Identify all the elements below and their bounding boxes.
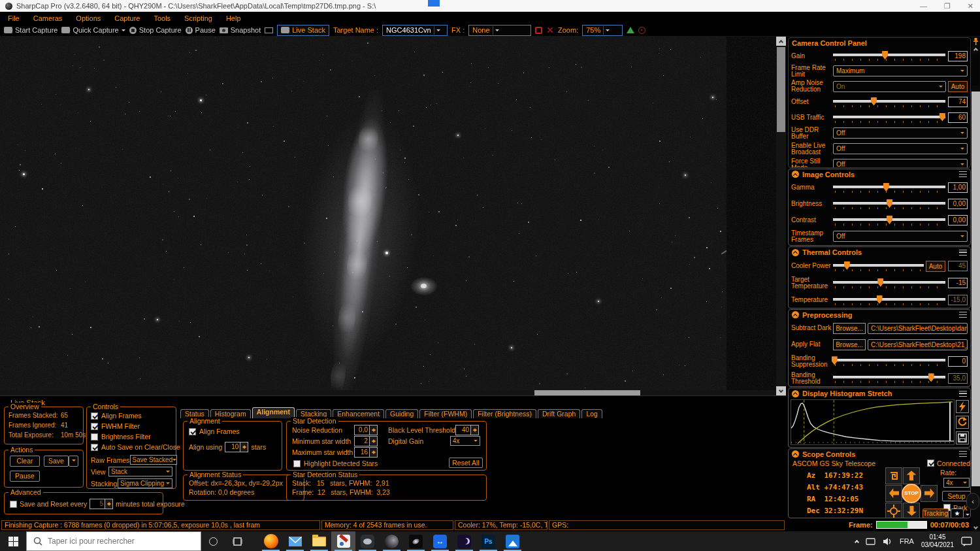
menu-help[interactable]: Help (226, 14, 241, 22)
tab-log[interactable]: Log (581, 409, 602, 418)
stacking-combo[interactable]: Sigma Clipping (118, 478, 172, 488)
taskbar-moon-app[interactable] (380, 531, 404, 551)
live-broadcast-combo[interactable]: Off (833, 143, 968, 154)
slew-up-button[interactable] (903, 467, 920, 484)
tab-alignment[interactable]: Alignment (252, 407, 295, 418)
align-frames-tab-checkbox[interactable]: Align Frames (189, 427, 240, 435)
snapshot-button[interactable]: Snapshot (220, 26, 261, 34)
scroll-down-icon[interactable] (973, 525, 978, 529)
tablet-icon[interactable] (866, 537, 875, 546)
view-combo[interactable]: Stack (108, 467, 172, 476)
contrast-value[interactable]: 0,00 (948, 215, 968, 225)
menu-file[interactable]: File (8, 14, 20, 22)
menu-icon[interactable] (959, 451, 967, 457)
noise-reduction-spinner[interactable]: 0,0 (354, 425, 378, 435)
save-dropdown-button[interactable] (69, 456, 78, 467)
min-star-width-spinner[interactable]: 2 (354, 436, 378, 446)
menu-cameras[interactable]: Cameras (33, 14, 63, 22)
taskbar-teamviewer[interactable]: ↔ (428, 531, 452, 551)
tab-filter-fwhm[interactable]: Filter (FWHM) (419, 409, 472, 418)
live-stack-button[interactable]: Live Stack (277, 25, 329, 36)
save-stretch-button[interactable] (956, 431, 969, 444)
gain-slider[interactable] (833, 50, 945, 61)
cooler-power-slider[interactable] (833, 261, 924, 272)
connected-checkbox[interactable]: Connected (927, 459, 970, 467)
quick-capture-button[interactable]: Quick Capture (61, 26, 125, 34)
thermal-controls-header[interactable]: Thermal Controls (789, 247, 970, 258)
taskbar-explorer[interactable] (307, 531, 331, 551)
tab-filter-brightness[interactable]: Filter (Brightness) (473, 409, 536, 418)
cortana-button[interactable] (201, 531, 225, 551)
collapse-icon[interactable] (792, 390, 799, 397)
dark-path-combo[interactable]: C:\Users\SharkFleet\Desktop\darks\... (868, 323, 968, 334)
force-still-combo[interactable]: Off (833, 159, 968, 168)
tray-expand-icon[interactable] (855, 539, 859, 544)
pause-button[interactable]: Pause (186, 26, 216, 34)
brightness-slider[interactable] (833, 199, 945, 210)
taskbar-galaxy-app[interactable] (404, 531, 428, 551)
image-viewport[interactable] (0, 37, 776, 395)
taskbar-search[interactable] (26, 531, 201, 551)
offset-value[interactable]: 74 (948, 97, 968, 107)
taskbar-mail[interactable] (283, 531, 307, 551)
target-temp-value[interactable]: -15 (948, 278, 968, 288)
speaker-icon[interactable] (883, 537, 892, 546)
star-catalog-button[interactable]: ★ (951, 509, 964, 518)
cooler-auto-button[interactable]: Auto (926, 261, 945, 272)
selection-area-icon[interactable] (535, 27, 542, 34)
usb-traffic-value[interactable]: 60 (948, 112, 968, 123)
image-vertical-scrollbar[interactable] (776, 37, 786, 395)
align-frames-checkbox[interactable]: Align Frames (91, 412, 142, 420)
banding-suppression-value[interactable]: 0 (948, 356, 968, 367)
target-temp-slider[interactable] (833, 278, 945, 289)
chevron-down-icon[interactable] (966, 514, 970, 518)
save-button[interactable]: Save (44, 456, 69, 467)
zoom-combo[interactable]: 75% (582, 25, 623, 36)
pause-stack-button[interactable]: Pause (10, 471, 40, 482)
taskbar-discord[interactable] (355, 531, 380, 551)
clear-button[interactable]: Clear (10, 456, 40, 467)
taskbar-sharpcap[interactable] (331, 531, 355, 551)
taskbar-photos[interactable] (500, 531, 525, 551)
collapse-icon[interactable] (792, 171, 799, 178)
brightness-value[interactable]: 0,00 (948, 199, 968, 209)
brightness-filter-checkbox[interactable]: Brightness Filter (91, 433, 151, 441)
dark-browse-button[interactable]: Browse... (833, 323, 866, 334)
frame-rate-combo[interactable]: Maximum (833, 65, 968, 76)
scroll-down-icon[interactable] (776, 386, 786, 395)
histogram-header[interactable]: Display Histogram Stretch (789, 388, 970, 399)
scroll-up-icon[interactable] (973, 48, 978, 52)
menu-scripting[interactable]: Scripting (184, 14, 212, 22)
search-input[interactable] (48, 537, 191, 546)
taskbar-photoshop[interactable]: Ps (476, 531, 500, 551)
goto-target-button[interactable] (885, 503, 902, 518)
auto-save-checkbox[interactable]: Auto Save on Clear/Close (91, 443, 180, 451)
panel-scrollbar[interactable]: ‹ (972, 37, 980, 531)
tab-guiding[interactable]: Guiding (385, 409, 418, 418)
target-name-combo[interactable]: NGC4631Cvn (382, 25, 448, 36)
horizontal-scrollbar[interactable] (0, 390, 776, 395)
amp-noise-auto-button[interactable]: Auto (948, 81, 968, 92)
banding-suppression-slider[interactable] (833, 356, 945, 367)
spiral-search-button[interactable] (885, 467, 902, 484)
clear-selection-icon[interactable]: ✕ (546, 27, 554, 34)
preprocessing-header[interactable]: Preprocessing (789, 310, 970, 320)
menu-icon[interactable] (959, 171, 967, 177)
menu-tools[interactable]: Tools (154, 14, 171, 22)
stop-capture-button[interactable]: Stop Capture (129, 26, 182, 34)
clock[interactable]: 01:4503/04/2021 (921, 533, 954, 549)
scope-controls-header[interactable]: Scope Controls (789, 449, 970, 459)
tab-enhancement[interactable]: Enhancement (333, 409, 384, 418)
slew-left-button[interactable] (885, 485, 902, 502)
rate-combo[interactable]: 4x (943, 478, 970, 488)
save-reset-checkbox[interactable] (10, 501, 17, 508)
taskbar-astro-app[interactable] (452, 531, 476, 551)
gamma-value[interactable]: 1,00 (948, 182, 968, 193)
vscroll-thumb[interactable] (777, 47, 785, 132)
menu-icon[interactable] (959, 250, 967, 256)
menu-icon[interactable] (959, 312, 967, 318)
stop-slew-button[interactable]: STOP (902, 484, 921, 503)
minimize-button[interactable]: — (920, 2, 927, 10)
histogram-plot[interactable] (791, 399, 955, 445)
usb-traffic-slider[interactable] (833, 112, 945, 124)
